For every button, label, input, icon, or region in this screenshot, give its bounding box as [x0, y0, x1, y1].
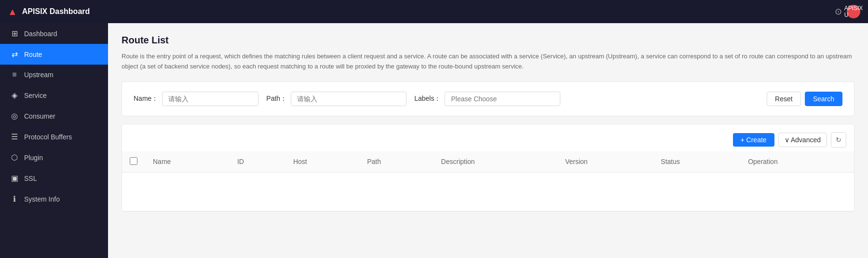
empty-row: [122, 172, 854, 211]
user-initials: APISIX U: [844, 5, 863, 18]
sidebar-label-plugin: Plugin: [24, 154, 43, 162]
search-button[interactable]: Search: [805, 92, 842, 106]
sidebar: ⊞Dashboard⇄Route≡Upstream◈Service◎Consum…: [0, 0, 108, 258]
topbar-logo-icon: ▲: [8, 6, 17, 17]
main-content: Route List Route is the entry point of a…: [108, 0, 868, 258]
topbar-title: APISIX Dashboard: [22, 7, 90, 16]
advanced-button[interactable]: ∨ Advanced: [778, 133, 827, 147]
topbar-right: ⊙ APISIX U: [835, 5, 860, 18]
select-all-checkbox[interactable]: [130, 157, 137, 165]
labels-input[interactable]: [445, 92, 560, 106]
topbar-left: ▲ APISIX Dashboard: [8, 6, 90, 17]
topbar: ▲ APISIX Dashboard ⊙ APISIX U: [0, 0, 868, 23]
sidebar-label-service: Service: [24, 92, 47, 99]
table-toolbar: + Create ∨ Advanced ↻: [122, 124, 854, 151]
upstream-icon: ≡: [10, 70, 19, 79]
name-input[interactable]: [162, 92, 258, 106]
service-icon: ◈: [10, 91, 19, 100]
dashboard-icon: ⊞: [10, 29, 19, 38]
sidebar-label-ssl: SSL: [24, 175, 37, 182]
path-input[interactable]: [291, 92, 407, 106]
col-status: Status: [653, 151, 740, 173]
sidebar-label-dashboard: Dashboard: [24, 30, 57, 38]
labels-label: Labels：: [414, 95, 441, 103]
path-label: Path：: [266, 95, 287, 103]
create-button[interactable]: + Create: [733, 133, 774, 147]
col-path: Path: [359, 151, 433, 173]
col-operation: Operation: [740, 151, 854, 173]
table-section: + Create ∨ Advanced ↻ NameIDHostPathDesc…: [122, 124, 854, 212]
filter-name: Name：: [134, 92, 258, 106]
route-table: NameIDHostPathDescriptionVersionStatusOp…: [122, 151, 854, 211]
reset-button[interactable]: Reset: [767, 92, 801, 106]
col-host: Host: [285, 151, 359, 173]
sidebar-label-protocol-buffers: Protocol Buffers: [24, 133, 72, 141]
col-id: ID: [230, 151, 285, 173]
page-description: Route is the entry point of a request, w…: [122, 52, 854, 72]
sidebar-label-route: Route: [24, 51, 42, 58]
sidebar-label-upstream: Upstream: [24, 71, 54, 79]
col-version: Version: [557, 151, 653, 173]
sidebar-item-protocol-buffers[interactable]: ☰Protocol Buffers: [0, 126, 108, 147]
sidebar-item-ssl[interactable]: ▣SSL: [0, 168, 108, 189]
protocol-buffers-icon: ☰: [10, 132, 19, 141]
sidebar-item-plugin[interactable]: ⬡Plugin: [0, 147, 108, 168]
plugin-icon: ⬡: [10, 153, 19, 162]
sidebar-label-consumer: Consumer: [24, 112, 55, 120]
help-icon[interactable]: ⊙: [835, 6, 842, 17]
sidebar-label-system-info: System Info: [24, 195, 60, 203]
sidebar-item-consumer[interactable]: ◎Consumer: [0, 106, 108, 126]
route-icon: ⇄: [10, 50, 19, 59]
page-title: Route List: [122, 35, 854, 46]
sidebar-item-service[interactable]: ◈Service: [0, 85, 108, 106]
sidebar-item-dashboard[interactable]: ⊞Dashboard: [0, 23, 108, 44]
filter-buttons: Reset Search: [767, 92, 842, 106]
filter-bar: Name： Path： Labels： Reset Search: [122, 81, 854, 116]
filter-labels: Labels：: [414, 92, 560, 106]
sidebar-item-route[interactable]: ⇄Route: [0, 44, 108, 65]
col-name: Name: [145, 151, 230, 173]
col-checkbox: [122, 151, 145, 173]
col-description: Description: [434, 151, 557, 173]
filter-path: Path：: [266, 92, 407, 106]
sidebar-item-system-info[interactable]: ℹSystem Info: [0, 189, 108, 209]
system-info-icon: ℹ: [10, 194, 19, 204]
name-label: Name：: [134, 95, 158, 103]
ssl-icon: ▣: [10, 174, 19, 183]
consumer-icon: ◎: [10, 111, 19, 121]
user-avatar[interactable]: APISIX U: [847, 5, 860, 18]
sidebar-item-upstream[interactable]: ≡Upstream: [0, 65, 108, 85]
refresh-button[interactable]: ↻: [831, 132, 846, 148]
